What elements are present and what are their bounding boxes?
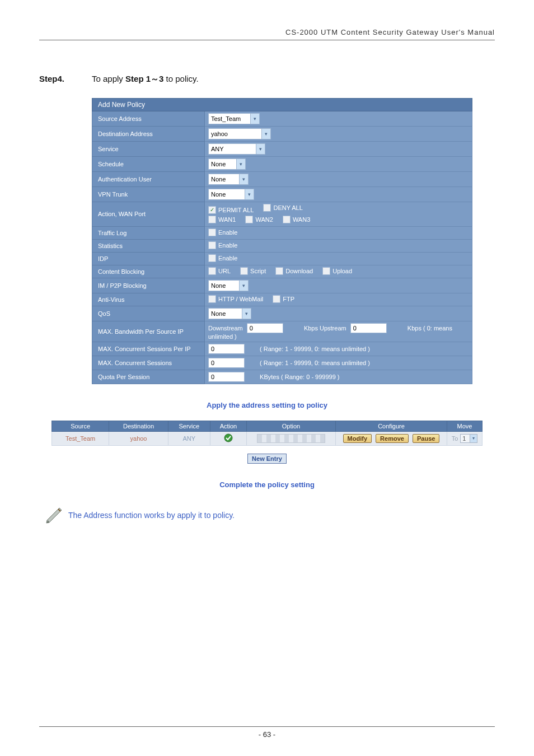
checkbox-wan3[interactable]: WAN3 <box>283 216 310 223</box>
label-traffic-log: Traffic Log <box>92 226 205 239</box>
input-max-conc[interactable]: 0 <box>208 358 245 368</box>
checkbox-traffic-log[interactable]: Enable <box>208 228 237 236</box>
label-downstream: Downstream <box>208 325 243 332</box>
th-configure: Configure <box>336 421 447 431</box>
checkbox-ftp[interactable]: FTP <box>273 295 294 303</box>
checkbox-idp[interactable]: Enable <box>208 254 237 262</box>
select-schedule[interactable]: None ▾ <box>208 158 246 170</box>
checkbox-statistics[interactable]: Enable <box>208 241 237 249</box>
label-max-conc-ip-tail: ( Range: 1 - 99999, 0: means unlimited ) <box>260 346 370 352</box>
cell-option <box>247 431 336 445</box>
checkbox-download[interactable]: Download <box>275 267 313 275</box>
move-to-label: To <box>452 435 458 442</box>
select-qos[interactable]: None ▾ <box>208 308 251 319</box>
table-row: Test_Team yahoo ANY Modify Remove Pause … <box>52 431 483 445</box>
checkbox-wan2[interactable]: WAN2 <box>245 216 273 223</box>
label-schedule: Schedule <box>92 157 205 172</box>
cell-action <box>210 431 246 445</box>
cell-service: ANY <box>168 431 210 445</box>
step-text-bold: Step 1～3 <box>125 74 163 83</box>
checkbox-upload[interactable]: Upload <box>322 267 352 275</box>
label-auth-user: Authentication User <box>92 172 205 187</box>
label-max-conc-ip: MAX. Concurrent Sessions Per IP <box>92 342 205 356</box>
new-entry-button[interactable]: New Entry <box>247 454 287 464</box>
select-im-p2p[interactable]: None ▾ <box>208 280 249 291</box>
label-content-blocking: Content Blocking <box>92 265 205 278</box>
label-anti-virus: Anti-Virus <box>92 293 205 306</box>
label-action-wan: Action, WAN Port <box>92 202 205 227</box>
step-label: Step4. <box>39 74 92 83</box>
select-qos-value: None <box>211 310 226 317</box>
checkbox-script-label: Script <box>250 268 266 274</box>
select-service[interactable]: ANY ▾ <box>208 143 265 155</box>
input-max-conc-ip[interactable]: 0 <box>208 344 245 354</box>
move-select[interactable]: 1 ▾ <box>460 434 477 443</box>
input-downstream-value: 0 <box>250 325 253 332</box>
label-max-conc: MAX. Concurrent Sessions <box>92 356 205 370</box>
step-row: Step4. To apply Step 1～3 to policy. <box>39 74 495 85</box>
input-max-conc-value: 0 <box>211 360 214 366</box>
cell-configure: Modify Remove Pause <box>336 431 447 445</box>
note-row: The Address function works by apply it t… <box>45 506 495 525</box>
dropdown-arrow-icon: ▾ <box>239 174 248 184</box>
select-schedule-value: None <box>211 161 226 167</box>
th-source: Source <box>52 421 109 431</box>
th-move: Move <box>447 421 483 431</box>
checkbox-deny-all[interactable]: DENY ALL <box>263 204 302 212</box>
remove-button[interactable]: Remove <box>376 434 409 443</box>
checkbox-http-webmail-label: HTTP / WebMail <box>218 296 263 302</box>
checkbox-url-label: URL <box>218 268 231 274</box>
checkbox-download-label: Download <box>285 268 313 274</box>
pencil-note-icon <box>45 506 64 525</box>
label-im-p2p: IM / P2P Blocking <box>92 278 205 293</box>
input-upstream[interactable]: 0 <box>350 323 387 333</box>
input-quota-value: 0 <box>211 374 214 380</box>
checkbox-ftp-label: FTP <box>283 296 294 302</box>
checkbox-statistics-label: Enable <box>218 242 237 249</box>
modify-button[interactable]: Modify <box>343 434 372 443</box>
checkbox-wan1-label: WAN1 <box>218 216 236 223</box>
checkbox-idp-label: Enable <box>218 255 237 262</box>
select-source-address[interactable]: Test_Team ▾ <box>208 113 260 124</box>
add-policy-form: Add New Policy Source Address Test_Team … <box>92 98 472 384</box>
label-qos: QoS <box>92 306 205 321</box>
pause-button[interactable]: Pause <box>413 434 439 443</box>
dropdown-arrow-icon: ▾ <box>245 189 254 199</box>
dropdown-arrow-icon: ▾ <box>250 114 259 124</box>
checkbox-script[interactable]: Script <box>240 267 266 275</box>
label-max-bw: MAX. Bandwidth Per Source IP <box>92 321 205 342</box>
label-max-conc-tail: ( Range: 1 - 99999, 0: means unlimited ) <box>260 360 370 366</box>
th-action: Action <box>210 421 246 431</box>
select-destination-address[interactable]: yahoo ▾ <box>208 128 271 139</box>
checkbox-upload-label: Upload <box>332 268 352 274</box>
label-source-address: Source Address <box>92 111 205 127</box>
checkbox-traffic-log-label: Enable <box>218 229 237 236</box>
label-idp: IDP <box>92 252 205 265</box>
checkbox-wan3-label: WAN3 <box>293 216 310 223</box>
select-source-address-value: Test_Team <box>211 115 241 122</box>
select-vpn-trunk[interactable]: None ▾ <box>208 189 254 200</box>
caption-complete: Complete the policy setting <box>39 480 495 489</box>
checkbox-url[interactable]: URL <box>208 267 231 275</box>
select-service-value: ANY <box>211 146 224 152</box>
input-downstream[interactable]: 0 <box>247 323 283 333</box>
th-destination: Destination <box>109 421 168 431</box>
checkbox-wan1[interactable]: WAN1 <box>208 216 236 223</box>
policy-table: Source Destination Service Action Option… <box>51 421 483 446</box>
step-text-before: To apply <box>92 74 125 83</box>
checkbox-deny-all-label: DENY ALL <box>273 204 302 211</box>
cell-source[interactable]: Test_Team <box>52 431 109 445</box>
dropdown-arrow-icon: ▾ <box>470 435 477 442</box>
th-option: Option <box>247 421 336 431</box>
checkbox-http-webmail[interactable]: HTTP / WebMail <box>208 295 263 303</box>
dropdown-arrow-icon: ▾ <box>236 159 245 169</box>
checkbox-wan2-label: WAN2 <box>255 216 273 223</box>
select-im-p2p-value: None <box>211 282 226 289</box>
checkbox-permit-all[interactable]: ✓PERMIT ALL <box>208 206 254 214</box>
select-auth-user[interactable]: None ▾ <box>208 174 249 185</box>
dropdown-arrow-icon: ▾ <box>239 281 248 291</box>
cell-destination[interactable]: yahoo <box>109 431 168 445</box>
caption-apply: Apply the address setting to policy <box>39 401 495 409</box>
label-quota-tail: KBytes ( Range: 0 - 999999 ) <box>260 374 339 380</box>
input-quota[interactable]: 0 <box>208 372 245 382</box>
